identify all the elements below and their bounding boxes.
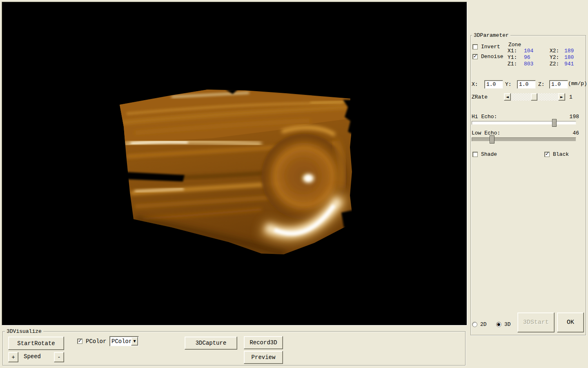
denoise-label: Denoise — [481, 54, 503, 60]
black-checkbox[interactable]: ✓ — [544, 152, 550, 157]
mode-2d-label: 2D — [480, 321, 487, 328]
pcolor-combobox-value: PColor — [110, 337, 131, 346]
app-window: { "colors": { "window_bg": "#ece9d8", "v… — [0, 0, 588, 368]
zone-x1-label: X1: — [508, 48, 517, 54]
radio-dot-icon — [472, 322, 477, 327]
zone-x2-value: 189 — [564, 48, 574, 54]
speed-plus-button[interactable]: + — [8, 352, 18, 362]
zone-x2-label: X2: — [550, 48, 559, 54]
z-scale-input[interactable] — [549, 80, 568, 89]
invert-checkbox[interactable] — [472, 44, 478, 49]
hi-echo-value: 198 — [563, 114, 579, 120]
zone-y2-value: 180 — [564, 54, 574, 61]
zone-y1-value: 96 — [524, 54, 530, 61]
zone-z2-label: Z2: — [550, 61, 559, 67]
hi-echo-label: Hi Echo: — [472, 114, 497, 120]
invert-label: Invert — [481, 44, 500, 50]
zrate-scroll-left-button[interactable]: ◄ — [504, 93, 511, 101]
zone-z2-value: 941 — [564, 61, 574, 67]
speed-label: Speed — [24, 353, 41, 361]
black-label: Black — [553, 151, 569, 158]
check-icon: ✓ — [78, 338, 82, 343]
shade-label: Shade — [481, 151, 497, 158]
record-3d-button[interactable]: Record3D — [244, 336, 283, 349]
check-icon: ✓ — [473, 53, 477, 59]
zone-y1-label: Y1: — [508, 54, 517, 61]
zrate-scroll-right-button[interactable]: ► — [558, 93, 565, 101]
zrate-scrollbar[interactable]: ◄ ► — [504, 93, 565, 101]
hi-echo-slider-track[interactable] — [472, 121, 576, 125]
zrate-scrollbar-thumb[interactable] — [531, 93, 537, 101]
pcolor-combobox-dropdown-button[interactable]: ▼ — [131, 337, 138, 346]
pcolor-combobox[interactable]: PColor ▼ — [109, 336, 139, 346]
pcolor-label: PColor — [86, 338, 106, 346]
mode-2d-radio[interactable] — [472, 322, 477, 327]
zone-z1-value: 803 — [524, 61, 533, 67]
zrate-value: 1 — [569, 94, 572, 101]
arrow-right-icon: ► — [560, 95, 563, 99]
low-echo-slider-thumb[interactable] — [490, 135, 494, 144]
zone-y2-label: Y2: — [550, 54, 559, 61]
zone-label: Zone — [508, 42, 521, 48]
x-scale-label: X: — [472, 81, 478, 88]
pcolor-checkbox[interactable]: ✓ — [77, 339, 82, 344]
capture-3d-button[interactable]: 3DCapture — [185, 337, 237, 350]
low-echo-slider-track[interactable] — [472, 137, 576, 141]
zone-z1-label: Z1: — [508, 61, 517, 67]
visualize-groupbox-title: 3DVisualize — [5, 328, 43, 334]
volume-render-3d[interactable] — [2, 2, 467, 325]
scale-unit-label: (mm/p) — [568, 81, 587, 87]
zone-x1-value: 104 — [524, 48, 533, 54]
radio-dot-icon: ● — [497, 322, 501, 327]
shade-checkbox[interactable] — [472, 152, 478, 157]
low-echo-value: 46 — [563, 130, 579, 137]
denoise-checkbox[interactable]: ✓ — [472, 54, 478, 59]
parameter-groupbox-title: 3DParameter — [472, 32, 510, 38]
render-viewport[interactable] — [2, 2, 467, 325]
ok-button[interactable]: OK — [557, 312, 584, 332]
hi-echo-slider-thumb[interactable] — [552, 119, 557, 127]
preview-button[interactable]: Preview — [244, 351, 283, 364]
check-icon: ✓ — [545, 151, 549, 157]
mode-3d-label: 3D — [504, 321, 511, 328]
start-rotate-button[interactable]: StartRotate — [8, 337, 64, 350]
low-echo-label: Low Echo: — [472, 130, 500, 137]
chevron-down-icon: ▼ — [133, 339, 136, 343]
speed-minus-button[interactable]: - — [54, 352, 64, 362]
arrow-left-icon: ◄ — [506, 95, 509, 99]
y-scale-label: Y: — [505, 81, 512, 88]
zrate-label: ZRate — [472, 94, 488, 101]
y-scale-input[interactable] — [517, 80, 536, 89]
z-scale-label: Z: — [538, 81, 545, 88]
x-scale-input[interactable] — [484, 80, 503, 89]
start-3d-button[interactable]: 3DStart — [517, 312, 555, 332]
mode-3d-radio[interactable]: ● — [496, 322, 501, 327]
